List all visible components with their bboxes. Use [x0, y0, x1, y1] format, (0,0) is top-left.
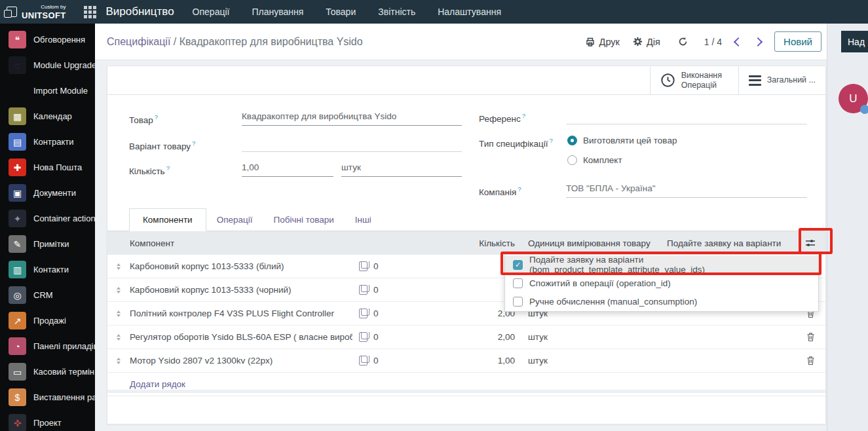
- drag-handle-icon[interactable]: [107, 263, 130, 270]
- product-variant-field[interactable]: [242, 136, 462, 152]
- unitsoft-logo[interactable]: Custom by UNITSOFT: [0, 5, 72, 20]
- apps-grid-icon[interactable]: [84, 6, 96, 18]
- avatar[interactable]: U: [839, 84, 868, 113]
- help-marker: ?: [549, 137, 552, 144]
- dashboards-icon: ◔: [9, 337, 26, 355]
- project-icon: ✜: [9, 414, 26, 431]
- drag-handle-icon[interactable]: [107, 310, 130, 317]
- checkbox-icon[interactable]: [513, 278, 523, 288]
- copy-icon[interactable]: [352, 356, 373, 365]
- copy-icon[interactable]: [352, 261, 373, 271]
- checkbox-icon[interactable]: [513, 260, 523, 270]
- sidebar-item-label: Контракти: [33, 137, 73, 147]
- sidebar-item[interactable]: $ Виставлення ра...: [0, 384, 95, 410]
- sidebar-item[interactable]: ◎ CRM: [0, 282, 95, 308]
- company-field[interactable]: ТОВ "БПЛА - Україна": [566, 181, 807, 198]
- dropdown-option[interactable]: Спожитий в операції (operation_id): [505, 274, 818, 292]
- component-name[interactable]: Карбоновий корпус 1013-5333 (чорний): [130, 285, 352, 295]
- breadcrumb-current: Квадракоптер для виробництва Ysido: [179, 36, 363, 47]
- sidebar-item[interactable]: ✎ Примітки: [0, 231, 95, 257]
- drag-handle-icon[interactable]: [107, 334, 130, 341]
- drag-handle-icon[interactable]: [107, 358, 130, 364]
- reference-label: Референс?: [479, 112, 525, 124]
- copy-icon[interactable]: [352, 309, 373, 318]
- sidebar-item[interactable]: ▥ Контакти: [0, 257, 95, 282]
- bom-type-manufacture-option[interactable]: Виготовляти цей товар: [567, 136, 677, 145]
- import-module-icon: [9, 82, 26, 100]
- optional-columns-icon[interactable]: [795, 238, 825, 248]
- reference-field[interactable]: [566, 108, 807, 124]
- component-name[interactable]: Мотор Ysido 2807 v2 1300kv (22px): [130, 356, 352, 365]
- tab[interactable]: Побічні товари: [263, 209, 344, 231]
- nav-menu-item[interactable]: Звітність: [378, 7, 415, 17]
- nav-menu-item[interactable]: Товари: [326, 7, 356, 17]
- refresh-icon[interactable]: [677, 36, 689, 47]
- overall-list-button[interactable]: Загальний ...: [738, 66, 825, 94]
- nav-menu-item[interactable]: Налаштування: [438, 7, 501, 17]
- sidebar-item[interactable]: ❝ Обговорення: [0, 27, 95, 52]
- copy-icon[interactable]: [352, 332, 373, 342]
- variant-count: 0: [373, 356, 401, 365]
- sidebar-item[interactable]: ↗ Продажі: [0, 308, 95, 333]
- component-name[interactable]: Політний контролер F4 V3S PLUS Flight Co…: [130, 309, 352, 318]
- quantity-field[interactable]: 1,00: [242, 160, 333, 177]
- sidebar-item-label: Контакти: [33, 265, 69, 274]
- radio-selected-icon[interactable]: [567, 136, 577, 145]
- invoicing-icon: $: [9, 388, 26, 406]
- current-app-title[interactable]: Виробництво: [105, 5, 174, 18]
- sidebar-item[interactable]: Import Module: [0, 78, 95, 103]
- sidebar-item-label: Документи: [33, 188, 76, 198]
- send-button[interactable]: Над: [841, 31, 868, 52]
- avatar-letter: U: [849, 92, 857, 105]
- drag-handle-icon[interactable]: [107, 287, 130, 293]
- sidebar-item[interactable]: ◌ Module Upgrade: [0, 52, 95, 78]
- sidebar-item[interactable]: ◔ Панелі приладів: [0, 333, 95, 359]
- tab[interactable]: Інші: [345, 209, 382, 231]
- contacts-icon: ▥: [9, 261, 26, 278]
- quantity-cell[interactable]: 2,00: [401, 309, 521, 318]
- sidebar-item[interactable]: ▤ Контракти: [0, 129, 95, 155]
- checkbox-icon[interactable]: [513, 297, 523, 307]
- quantity-cell[interactable]: 1,00: [401, 356, 521, 365]
- product-variant-label: Варіант товару?: [129, 140, 195, 151]
- print-button[interactable]: Друк: [585, 37, 620, 47]
- sidebar-item[interactable]: ▦ Календар: [0, 103, 95, 129]
- quantity-uom-field[interactable]: штук: [341, 160, 462, 177]
- uom-cell[interactable]: штук: [521, 356, 664, 365]
- radio-unselected-icon[interactable]: [567, 155, 577, 165]
- dropdown-option[interactable]: Подайте заявку на варіанти (bom_product_…: [505, 255, 818, 274]
- trash-icon[interactable]: [795, 332, 825, 342]
- dropdown-option[interactable]: Ручне обчислення (manual_consumption): [505, 292, 818, 310]
- help-marker: ?: [192, 140, 195, 147]
- sidebar-item-label: Import Module: [33, 86, 88, 96]
- sidebar-item[interactable]: ✜ Проект: [0, 410, 95, 431]
- bom-type-kit-option[interactable]: Комплект: [567, 155, 622, 165]
- quantity-cell[interactable]: 2,00: [401, 332, 521, 342]
- component-name[interactable]: Регулятор оборотів Ysido BLS-60A ESP ( в…: [130, 332, 352, 342]
- sidebar-item-label: Виставлення ра...: [33, 392, 95, 402]
- uom-cell[interactable]: штук: [521, 332, 664, 342]
- breadcrumb-parent[interactable]: Специфікації: [107, 36, 170, 47]
- pager-next-icon[interactable]: [753, 37, 763, 46]
- sidebar-item[interactable]: ▣ Документи: [0, 180, 95, 206]
- copy-icon[interactable]: [352, 285, 373, 295]
- notes-icon: ✎: [9, 235, 26, 253]
- nav-menu-item[interactable]: Планування: [252, 7, 303, 17]
- component-name[interactable]: Карбоновий корпус 1013-5333 (білий): [130, 261, 352, 271]
- operations-performance-button[interactable]: Виконання Операцій: [650, 66, 738, 94]
- nova-poshta-icon: ✚: [9, 159, 26, 176]
- nav-menu-item[interactable]: Операції: [193, 7, 230, 17]
- unitsoft-logo-icon: [7, 7, 17, 17]
- header-component: Компонент: [130, 238, 352, 248]
- sidebar-item[interactable]: ✦ Container actions: [0, 206, 95, 231]
- tab[interactable]: Компоненти: [129, 208, 206, 231]
- action-button[interactable]: Дія: [633, 37, 660, 47]
- list-icon: [749, 75, 761, 86]
- sidebar-item[interactable]: ✚ Нова Пошта: [0, 155, 95, 180]
- tab[interactable]: Операції: [206, 209, 263, 231]
- product-field[interactable]: Квадракоптер для виробництва Ysido: [242, 109, 462, 126]
- trash-icon[interactable]: [795, 356, 825, 365]
- new-record-button[interactable]: Новий: [774, 31, 821, 52]
- sidebar-item[interactable]: ▭ Касовий термін...: [0, 359, 95, 384]
- pager-previous-icon[interactable]: [734, 37, 743, 46]
